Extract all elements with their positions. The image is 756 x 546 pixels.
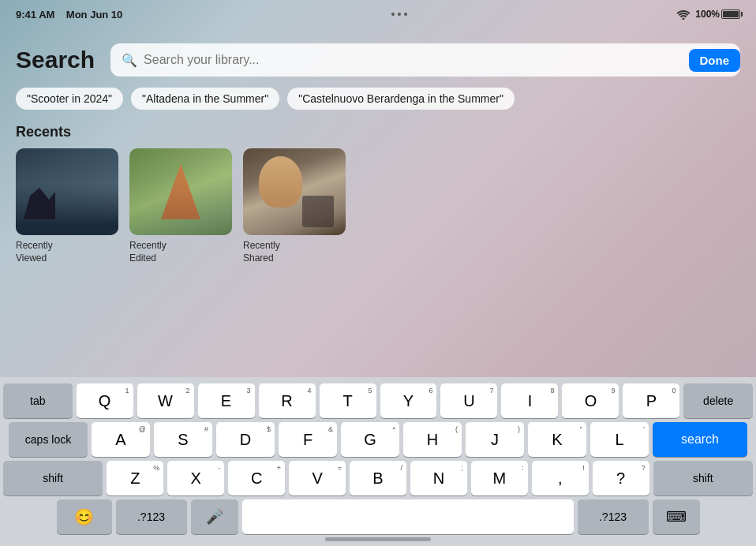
key-w[interactable]: 2W [137,383,194,418]
search-input[interactable] [144,53,707,67]
key-p[interactable]: 0P [623,383,679,418]
keyboard-row-3: shift %Z -X +C =V /B ;N :M !, ?? shift [3,461,753,496]
dot2 [398,13,401,16]
battery-indicator: 100% [695,9,740,20]
keyboard-row-4: 😊 .?123 🎤 .?123 ⌨ [3,499,753,534]
key-s[interactable]: #S [154,422,212,457]
recents-section: Recents RecentlyViewed RecentlyEdited Re… [16,124,740,264]
key-g[interactable]: *G [341,422,399,457]
key-space[interactable] [242,499,574,534]
recent-label-shared: RecentlyShared [243,240,280,264]
search-row: Search 🔍 🎤 [16,43,740,77]
key-v[interactable]: =V [289,461,346,496]
home-indicator [325,537,431,541]
key-num-left[interactable]: .?123 [116,499,187,534]
key-a[interactable]: @A [92,422,150,457]
key-microphone[interactable]: 🎤 [191,499,238,534]
battery-fill [723,11,739,17]
key-q[interactable]: 1Q [77,383,133,418]
recents-title: Recents [16,124,740,140]
recent-thumb-edited [129,148,232,235]
recent-label-viewed: RecentlyViewed [16,240,53,264]
key-n[interactable]: ;N [410,461,467,496]
key-tab[interactable]: tab [3,383,73,418]
key-z[interactable]: %Z [107,461,163,496]
key-y[interactable]: 6Y [380,383,437,418]
key-k[interactable]: "K [528,422,586,457]
recent-item-edited[interactable]: RecentlyEdited [129,148,232,264]
key-num-right[interactable]: .?123 [578,499,649,534]
key-comma[interactable]: !, [532,461,589,496]
recent-item-shared[interactable]: RecentlyShared [243,148,346,264]
keyboard-row-1: tab 1Q 2W 3E 4R 5T 6Y 7U 8I 9O 0P delete [3,383,753,418]
key-j[interactable]: )J [466,422,524,457]
keyboard: tab 1Q 2W 3E 4R 5T 6Y 7U 8I 9O 0P delete… [0,377,756,546]
key-search[interactable]: search [653,422,747,457]
recent-thumb-viewed [16,148,118,235]
search-section: Search 🔍 🎤 "Scooter in 2024" "Altadena i… [16,43,740,264]
key-x[interactable]: -X [167,461,224,496]
done-button[interactable]: Done [689,49,741,72]
key-delete[interactable]: delete [683,383,753,418]
key-b[interactable]: /B [350,461,406,496]
status-right: 100% [676,9,740,20]
key-o[interactable]: 9O [562,383,619,418]
wifi-icon [676,9,691,20]
key-m[interactable]: :M [471,461,528,496]
key-shift-left[interactable]: shift [3,461,103,496]
key-d[interactable]: $D [216,422,275,457]
suggestion-chip-0[interactable]: "Scooter in 2024" [16,88,123,110]
search-title: Search [16,47,95,73]
recent-item-viewed[interactable]: RecentlyViewed [16,148,118,264]
suggestion-chip-2[interactable]: "Castelnuovo Berardenga in the Summer" [287,88,515,110]
key-question[interactable]: ?? [593,461,649,496]
search-magnifier-icon: 🔍 [122,53,137,68]
key-emoji[interactable]: 😊 [57,499,112,534]
key-t[interactable]: 5T [320,383,376,418]
status-time-date: 9:41 AM Mon Jun 10 [16,9,122,21]
keyboard-row-2: caps lock @A #S $D &F *G (H )J "K 'L sea… [3,422,753,457]
key-shift-right[interactable]: shift [653,461,753,496]
search-bar[interactable]: 🔍 🎤 [110,43,740,77]
recent-label-edited: RecentlyEdited [129,240,167,264]
key-c[interactable]: +C [228,461,285,496]
suggestion-chip-1[interactable]: "Altadena in the Summer" [131,88,279,110]
status-bar: 9:41 AM Mon Jun 10 100% [0,0,756,25]
key-e[interactable]: 3E [198,383,255,418]
svg-point-0 [683,17,685,20]
key-i[interactable]: 8I [501,383,558,418]
recent-thumb-shared [243,148,346,235]
key-f[interactable]: &F [279,422,337,457]
status-center-dots [391,13,407,16]
dot1 [391,13,395,16]
key-hide-keyboard[interactable]: ⌨ [653,499,700,534]
suggestions-row: "Scooter in 2024" "Altadena in the Summe… [16,88,740,110]
battery-icon [721,9,740,19]
dot3 [404,13,407,16]
key-u[interactable]: 7U [440,383,497,418]
key-r[interactable]: 4R [259,383,316,418]
key-l[interactable]: 'L [590,422,649,457]
content-area: 9:41 AM Mon Jun 10 100% Done [0,0,756,546]
key-caps-lock[interactable]: caps lock [9,422,88,457]
recents-grid: RecentlyViewed RecentlyEdited RecentlySh… [16,148,740,264]
key-h[interactable]: (H [403,422,462,457]
